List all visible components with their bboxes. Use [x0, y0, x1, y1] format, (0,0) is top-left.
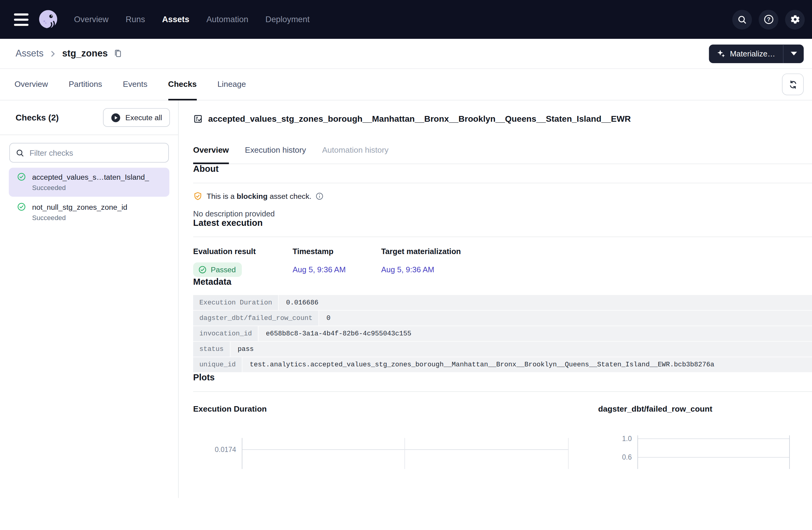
gridline	[405, 438, 405, 469]
page-header: Assets stg_zones Materialize…	[0, 39, 812, 69]
blocking-note: This is a blocking asset check.	[193, 192, 812, 201]
check-list-item-not-null[interactable]: not_null_stg_zones_zone_id Succeeded	[9, 197, 170, 227]
check-success-icon	[17, 173, 26, 181]
content-split: Checks (2) Execute all accepted_values_s…	[0, 101, 812, 498]
metadata-key: invocation_id	[193, 326, 259, 341]
nav-actions: ?	[732, 10, 805, 29]
target-materialization-link[interactable]: Aug 5, 9:36 AM	[381, 265, 434, 274]
checks-panel-header: Checks (2) Execute all	[0, 101, 178, 135]
chart-plot-area: 1.0 0.6	[637, 435, 789, 469]
refresh-button[interactable]	[782, 73, 804, 95]
y-tick-label: 0.6	[595, 454, 632, 461]
play-circle-icon	[111, 113, 120, 122]
passed-label: Passed	[211, 266, 236, 274]
metadata-key: status	[193, 342, 230, 357]
materialize-button[interactable]: Materialize…	[709, 44, 783, 63]
dagster-logo[interactable]	[36, 7, 61, 32]
tab-partitions[interactable]: Partitions	[69, 69, 102, 100]
metadata-value: test.analytics.accepted_values_stg_zones…	[242, 357, 812, 372]
help-icon: ?	[763, 14, 774, 25]
metadata-heading: Metadata	[193, 277, 812, 287]
col-timestamp: Timestamp	[293, 247, 381, 255]
gridline	[638, 457, 789, 458]
latest-execution-heading: Latest execution	[193, 218, 812, 228]
chevron-down-icon	[791, 52, 797, 56]
check-detail: accepted_values_stg_zones_borough__Manha…	[178, 101, 812, 498]
check-item-status: Succeeded	[32, 214, 161, 222]
help-button[interactable]: ?	[758, 10, 778, 29]
about-heading: About	[193, 164, 812, 175]
metadata-value: pass	[231, 342, 812, 357]
plots-row: Execution Duration 0.0174 dagster_dbt/fa…	[193, 404, 812, 469]
chart-title: dagster_dbt/failed_row_count	[598, 404, 812, 414]
breadcrumb-assets-link[interactable]: Assets	[15, 48, 43, 59]
menu-icon[interactable]	[14, 13, 29, 26]
tab-execution-history[interactable]: Execution history	[245, 145, 306, 164]
metadata-value: 0.016686	[279, 295, 812, 310]
check-title: accepted_values_stg_zones_borough__Manha…	[208, 114, 631, 123]
no-description-text: No description provided	[193, 209, 812, 218]
y-tick-label: 1.0	[595, 435, 632, 443]
checklist-icon	[193, 114, 203, 123]
chart-plot-area: 0.0174	[242, 438, 568, 469]
y-tick-label: 0.0174	[200, 446, 236, 454]
gridline	[638, 438, 789, 439]
shield-check-icon	[193, 192, 203, 201]
timestamp-link[interactable]: Aug 5, 9:36 AM	[293, 265, 346, 274]
gridline	[568, 438, 569, 469]
sparkle-icon	[717, 49, 726, 58]
tab-lineage[interactable]: Lineage	[217, 69, 246, 100]
checks-panel: Checks (2) Execute all accepted_values_s…	[0, 101, 178, 498]
dagster-app: Overview Runs Assets Automation Deployme…	[0, 0, 812, 530]
asset-tabs: Overview Partitions Events Checks Lineag…	[0, 69, 812, 101]
check-detail-tabs: Overview Execution history Automation hi…	[193, 145, 812, 164]
check-item-name: accepted_values_s…taten_Island_	[32, 173, 149, 181]
check-title-row: accepted_values_stg_zones_borough__Manha…	[193, 114, 812, 123]
table-row: unique_id test.analytics.accepted_values…	[193, 357, 812, 373]
filter-checks-field	[10, 143, 169, 163]
evaluation-result-cell: Passed	[193, 263, 292, 277]
chart-failed-row-count: dagster_dbt/failed_row_count 1.0 0.6	[598, 404, 812, 469]
chart-execution-duration: Execution Duration 0.0174	[193, 404, 570, 469]
search-button[interactable]	[732, 10, 752, 29]
info-icon[interactable]	[316, 192, 324, 200]
svg-text:?: ?	[767, 16, 770, 23]
filter-checks-input[interactable]	[29, 148, 163, 158]
chevron-right-icon	[48, 49, 57, 58]
check-list-item-accepted-values[interactable]: accepted_values_s…taten_Island_ Succeede…	[9, 168, 170, 197]
materialize-label: Materialize…	[730, 49, 775, 58]
tab-check-overview[interactable]: Overview	[193, 145, 229, 164]
blocking-text: This is a blocking asset check.	[206, 192, 311, 200]
tab-automation-history[interactable]: Automation history	[322, 145, 389, 164]
metadata-key: unique_id	[193, 357, 242, 372]
metadata-value: 0	[319, 311, 812, 325]
nav-item-deployment[interactable]: Deployment	[265, 15, 310, 24]
nav-item-assets[interactable]: Assets	[162, 15, 189, 24]
latest-execution-headers: Evaluation result Timestamp Target mater…	[193, 247, 812, 255]
chart-title: Execution Duration	[193, 404, 570, 414]
check-success-icon	[198, 266, 206, 274]
materialize-dropdown-button[interactable]	[783, 44, 804, 63]
nav-item-overview[interactable]: Overview	[74, 15, 109, 24]
col-target-materialization: Target materialization	[381, 247, 461, 255]
check-item-name: not_null_stg_zones_zone_id	[32, 203, 127, 211]
metadata-key: Execution Duration	[193, 295, 279, 310]
col-evaluation-result: Evaluation result	[193, 247, 292, 255]
metadata-key: dagster_dbt/failed_row_count	[193, 311, 319, 325]
gridline	[242, 449, 568, 450]
execute-all-button[interactable]: Execute all	[103, 108, 170, 127]
copy-icon[interactable]	[113, 48, 123, 58]
nav-item-automation[interactable]: Automation	[206, 15, 248, 24]
table-row: status pass	[193, 342, 812, 357]
nav-item-runs[interactable]: Runs	[126, 15, 145, 24]
tab-checks[interactable]: Checks	[168, 69, 197, 100]
primary-nav: Overview Runs Assets Automation Deployme…	[74, 15, 310, 24]
tab-overview[interactable]: Overview	[15, 69, 48, 100]
passed-badge: Passed	[193, 263, 242, 277]
materialize-split-button: Materialize…	[709, 44, 803, 63]
check-item-status: Succeeded	[32, 183, 161, 192]
section-divider	[193, 183, 812, 183]
metadata-value: e658b8c8-3a1a-4b4f-82b6-4c955043c155	[259, 326, 812, 341]
tab-events[interactable]: Events	[123, 69, 148, 100]
settings-button[interactable]	[785, 10, 805, 29]
